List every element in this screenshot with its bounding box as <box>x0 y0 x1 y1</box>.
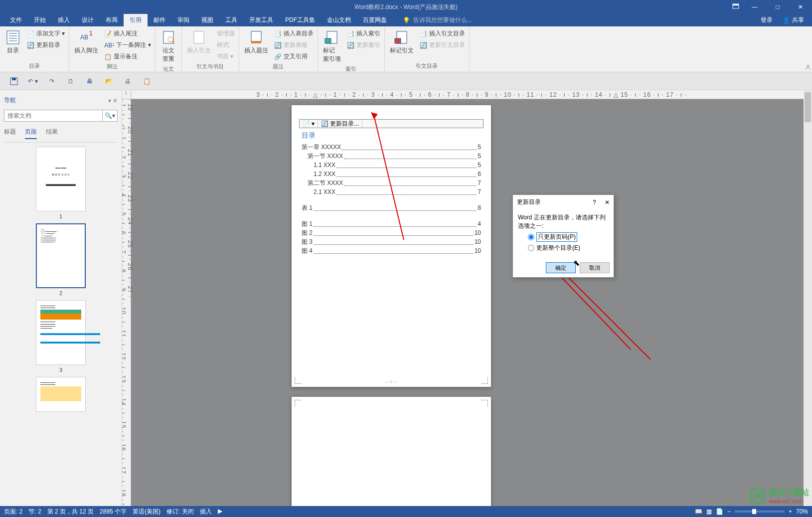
status-track[interactable]: 修订: 关闭 <box>166 508 194 516</box>
collapse-ribbon-icon[interactable]: ᐱ <box>806 64 810 71</box>
horizontal-ruler[interactable]: 3 · ı · 2 · ı · 1 · ı · △ · ı · 1 · ı · … <box>131 90 812 99</box>
tab-results[interactable]: 结果 <box>46 128 58 139</box>
radio-update-pages[interactable]: 只更新页码(P) <box>528 232 609 242</box>
zoom-out-icon[interactable]: − <box>727 508 731 515</box>
toc-button[interactable]: 目录 <box>2 28 24 56</box>
menu-insert[interactable]: 插入 <box>52 14 76 26</box>
print-preview-icon[interactable]: 🖶 <box>85 76 95 86</box>
cross-ref-button[interactable]: 🔗交叉引用 <box>272 51 316 62</box>
status-lang[interactable]: 英语(美国) <box>133 508 161 516</box>
biblio-button[interactable]: 书目 ▾ <box>215 51 237 62</box>
next-footnote-button[interactable]: AB¹下一条脚注 ▾ <box>102 40 153 50</box>
undo-icon[interactable]: ↶ ▾ <box>28 76 38 86</box>
menu-jinshan[interactable]: 金山文档 <box>321 14 357 26</box>
update-toa-button[interactable]: 🔄更新引文目录 <box>418 40 467 50</box>
menu-baidu[interactable]: 百度网盘 <box>357 14 393 26</box>
zoom-in-icon[interactable]: + <box>789 508 792 515</box>
style-button[interactable]: 样式: <box>215 40 237 50</box>
document-page[interactable]: 📄 ▾ 🔄更新目录... 目录 第一章 XXXXX5第一节 XXXX51.1 X… <box>292 105 491 387</box>
view-print-icon[interactable]: ▦ <box>706 508 712 515</box>
dialog-title-label: 更新目录 <box>517 198 541 206</box>
navpane-close-icon[interactable]: ▾ ✕ <box>108 97 118 104</box>
minimize-button[interactable]: ― <box>743 0 766 14</box>
menu-design[interactable]: 设计 <box>76 14 100 26</box>
insert-toa-button[interactable]: 📑插入引文目录 <box>418 28 467 39</box>
insert-index-button[interactable]: 📑插入索引 <box>345 28 382 39</box>
add-text-button[interactable]: 📄添加文字 ▾ <box>25 28 67 39</box>
toc-update-button[interactable]: 🔄更新目录... <box>318 120 362 128</box>
tab-pages[interactable]: 页面 <box>25 128 37 139</box>
radio-update-all[interactable]: 更新整个目录(E) <box>528 244 609 252</box>
menu-review[interactable]: 审阅 <box>171 14 195 26</box>
maximize-button[interactable]: □ <box>766 0 789 14</box>
share-button[interactable]: 👤共享 <box>779 16 808 24</box>
thumbnail-4[interactable]: ▬▬▬▬▬▬▬▬▬▬▬▬▬▬▬▬▬▬▬▬ <box>36 377 86 412</box>
insert-citation-button[interactable]: 插入引文 <box>184 28 214 56</box>
watermark: 极光下载站 www.xz7.com <box>749 487 809 504</box>
menu-home[interactable]: 开始 <box>28 14 52 26</box>
toc-menu-icon[interactable]: 📄 ▾ <box>300 120 318 128</box>
menu-pdf[interactable]: PDF工具集 <box>279 14 321 26</box>
thumbnail-2[interactable]: 目录第一章 ▬▬▬▬▬▬▬ 5 第一节 ▬▬▬▬▬ 5 1.1 ▬▬▬▬▬ 5表… <box>36 223 86 296</box>
menu-file[interactable]: 文件 <box>4 14 28 26</box>
update-fig-button[interactable]: 🔄更新表格 <box>272 40 316 50</box>
document-area[interactable]: 3 · ı · 2 · ı · 1 · ı · △ · ı · 1 · ı · … <box>122 90 812 506</box>
print-icon[interactable]: 🖨 <box>123 76 133 86</box>
main-area: 导航 ▾ ✕ 🔍▾ 标题 页面 结果 ▬▬ ▬▬籍 来 学 社 论 文▬▬▬▬▬… <box>0 90 812 506</box>
document-page-next[interactable] <box>292 397 491 506</box>
zoom-thumb[interactable] <box>752 509 756 514</box>
tellme-search[interactable]: 💡 告诉我您想要做什么... <box>393 16 472 24</box>
search-icon[interactable]: 🔍▾ <box>102 110 117 121</box>
view-read-icon[interactable]: 📖 <box>695 508 702 515</box>
open-icon[interactable]: 📂 <box>104 76 114 86</box>
citations-group-label: 引文与书目 <box>184 62 237 71</box>
ribbon-options-icon[interactable] <box>728 0 743 14</box>
mark-citation-button[interactable]: 标记引文 <box>387 28 417 56</box>
thumbnail-3[interactable]: ▬▬▬▬▬▬▬▬▬▬▬▬▬▬▬▬▬▬▬▬▬▬▬▬▬▬▬▬▬▬▬▬▬▬▬▬▬▬▬▬… <box>36 300 86 373</box>
insert-footnote-button[interactable]: AB1 插入脚注 <box>71 28 101 56</box>
scroll-thumb[interactable] <box>805 92 811 122</box>
insert-fig-button[interactable]: 📑插入表目录 <box>272 28 316 39</box>
cancel-button[interactable]: 取消 <box>580 262 610 273</box>
insert-caption-button[interactable]: 插入题注 <box>241 28 271 56</box>
save-icon[interactable] <box>9 76 19 86</box>
menu-view[interactable]: 视图 <box>195 14 219 26</box>
update-index-button[interactable]: 🔄更新索引 <box>345 40 382 50</box>
status-pages[interactable]: 第 2 页，共 12 页 <box>47 508 94 516</box>
update-toc-button[interactable]: 🔄更新目录 <box>25 40 67 50</box>
search-input[interactable] <box>4 110 102 121</box>
status-macro-icon[interactable]: ▶ <box>218 508 222 516</box>
redo-icon[interactable]: ↷ <box>47 76 57 86</box>
ribbon: 目录 📄添加文字 ▾ 🔄更新目录 目录 AB1 插入脚注 📝插入尾注 AB¹下一… <box>0 26 812 72</box>
insert-endnote-button[interactable]: 📝插入尾注 <box>102 28 153 39</box>
login-button[interactable]: 登录 <box>755 16 779 24</box>
mark-index-button[interactable]: 标记 索引项 <box>320 28 344 64</box>
menu-references[interactable]: 引用 <box>124 14 148 26</box>
status-section[interactable]: 节: 2 <box>28 508 41 516</box>
dialog-help-icon[interactable]: ? <box>593 199 596 206</box>
menu-tools[interactable]: 工具 <box>219 14 243 26</box>
view-web-icon[interactable]: 📄 <box>716 508 723 515</box>
radio-input-pages[interactable] <box>528 234 534 240</box>
manage-sources-button[interactable]: 管理源 <box>215 28 237 39</box>
close-button[interactable]: ✕ <box>789 0 812 14</box>
thumbnail-1[interactable]: ▬▬ ▬▬籍 来 学 社 论 文▬▬▬▬▬ 1 <box>36 147 86 219</box>
menu-developer[interactable]: 开发工具 <box>243 14 279 26</box>
new-icon[interactable]: 🗋 <box>66 76 76 86</box>
vertical-scrollbar[interactable] <box>804 90 812 506</box>
radio-input-all[interactable] <box>528 245 534 251</box>
research-button[interactable]: 论文 查重 <box>158 28 179 64</box>
vertical-ruler[interactable]: · 1 · ı · △ · 1 · ı · 2 · ı · 3 · ı · 4 … <box>122 99 131 506</box>
status-words[interactable]: 2895 个字 <box>100 508 127 516</box>
status-insert[interactable]: 插入 <box>200 508 212 516</box>
zoom-slider[interactable] <box>735 511 785 513</box>
tab-headings[interactable]: 标题 <box>4 128 16 139</box>
show-notes-button[interactable]: 📋显示备注 <box>102 51 153 62</box>
menu-mail[interactable]: 邮件 <box>148 14 171 26</box>
zoom-value[interactable]: 70% <box>796 508 808 515</box>
dialog-close-icon[interactable]: ✕ <box>605 199 610 206</box>
menu-layout[interactable]: 布局 <box>100 14 124 26</box>
status-page[interactable]: 页面: 2 <box>4 508 22 516</box>
more-icon[interactable]: 📋 <box>142 76 152 86</box>
ok-button[interactable]: 确定 <box>546 262 576 273</box>
